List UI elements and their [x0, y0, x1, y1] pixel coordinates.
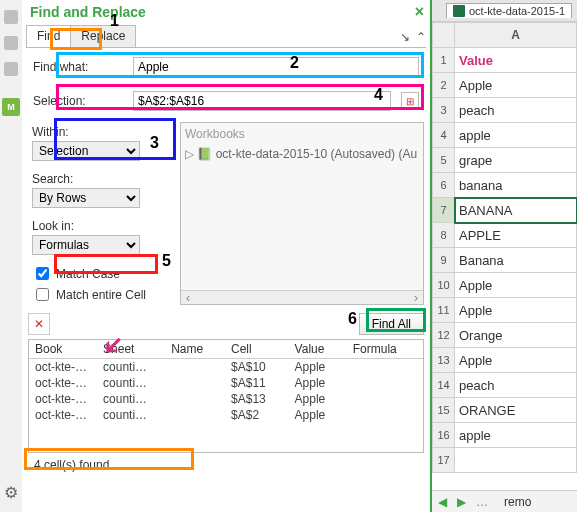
match-cell-row[interactable]: Match entire Cell — [28, 284, 180, 305]
cell[interactable]: BANANA — [455, 198, 577, 223]
col-value[interactable]: Value — [289, 340, 347, 359]
workbook-name: oct-kte-data-2015-10 (Autosaved) (Au — [216, 147, 417, 161]
excel-icon — [453, 5, 465, 17]
tabs-bar: Find Replace ↘ ⌃ — [26, 25, 426, 48]
match-cell-checkbox[interactable] — [36, 288, 49, 301]
scroll-left-icon[interactable]: ‹ — [181, 291, 195, 304]
row-header[interactable]: 3 — [433, 98, 455, 123]
cell[interactable]: Banana — [455, 248, 577, 273]
lookin-label: Look in: — [32, 219, 176, 233]
within-select[interactable]: Selection — [32, 141, 140, 161]
search-label: Search: — [32, 172, 176, 186]
match-cell-label: Match entire Cell — [56, 288, 146, 302]
match-case-checkbox[interactable] — [36, 267, 49, 280]
collapse-icon[interactable]: ↘ — [400, 30, 410, 44]
cell[interactable]: peach — [455, 98, 577, 123]
row-header[interactable]: 4 — [433, 123, 455, 148]
cell[interactable]: ORANGE — [455, 398, 577, 423]
expand-icon[interactable]: ⌃ — [416, 30, 426, 44]
cell[interactable]: grape — [455, 148, 577, 173]
match-case-row[interactable]: Match Case — [28, 263, 180, 284]
cell[interactable]: APPLE — [455, 223, 577, 248]
workbook-tab[interactable]: oct-kte-data-2015-1 — [446, 3, 572, 18]
cell[interactable] — [455, 448, 577, 473]
cell[interactable]: Apple — [455, 73, 577, 98]
sheet-nav-left-icon[interactable]: ◀ — [438, 495, 447, 509]
row-header[interactable]: 5 — [433, 148, 455, 173]
range-picker-icon[interactable] — [401, 92, 419, 110]
status-bar: 4 cell(s) found — [28, 455, 424, 475]
row-header[interactable]: 8 — [433, 223, 455, 248]
pane-title: Find and Replace — [30, 4, 146, 20]
find-all-label: Find All — [372, 317, 411, 331]
row-header[interactable]: 12 — [433, 323, 455, 348]
rail-icon-1[interactable] — [4, 10, 18, 24]
col-name[interactable]: Name — [165, 340, 225, 359]
annotation-3: 3 — [150, 134, 159, 152]
tab-find[interactable]: Find — [26, 25, 71, 47]
left-icon-rail: M ⚙ — [0, 0, 22, 512]
sheet-footer: ◀ ▶ … remo — [432, 490, 577, 512]
annotation-4: 4 — [374, 86, 383, 104]
find-all-button[interactable]: Find All — [359, 313, 424, 335]
result-row[interactable]: oct-kte-…counti…$A$10Apple — [29, 359, 423, 376]
cell[interactable]: Apple — [455, 348, 577, 373]
search-select[interactable]: By Rows — [32, 188, 140, 208]
col-formula[interactable]: Formula — [347, 340, 423, 359]
results-table[interactable]: Book Sheet Name Cell Value Formula oct-k… — [28, 339, 424, 453]
result-row[interactable]: oct-kte-…counti…$A$13Apple — [29, 391, 423, 407]
tab-replace-label: Replace — [81, 29, 125, 43]
workbook-tab-bar: oct-kte-data-2015-1 — [432, 0, 577, 22]
scroll-right-icon[interactable]: › — [409, 291, 423, 304]
row-header[interactable]: 17 — [433, 448, 455, 473]
cell[interactable]: peach — [455, 373, 577, 398]
row-header[interactable]: 2 — [433, 73, 455, 98]
row-header[interactable]: 11 — [433, 298, 455, 323]
tab-find-label: Find — [37, 29, 60, 43]
cell[interactable]: Orange — [455, 323, 577, 348]
lookin-select[interactable]: Formulas — [32, 235, 140, 255]
rail-icon-3[interactable] — [4, 62, 18, 76]
sheet-nav-more[interactable]: … — [476, 495, 488, 509]
col-header-a[interactable]: A — [455, 23, 577, 48]
gear-icon[interactable]: ⚙ — [4, 483, 18, 502]
row-header[interactable]: 9 — [433, 248, 455, 273]
tree-scrollbar[interactable]: ‹ › — [181, 290, 423, 304]
match-case-label: Match Case — [56, 267, 120, 281]
row-header[interactable]: 15 — [433, 398, 455, 423]
selection-input[interactable] — [133, 91, 391, 111]
cell[interactable]: apple — [455, 123, 577, 148]
cell[interactable]: banana — [455, 173, 577, 198]
sheet-nav-right-icon[interactable]: ▶ — [457, 495, 466, 509]
row-header[interactable]: 10 — [433, 273, 455, 298]
row-header[interactable]: 14 — [433, 373, 455, 398]
result-row[interactable]: oct-kte-…counti…$A$2Apple — [29, 407, 423, 423]
corner-cell[interactable] — [433, 23, 455, 48]
row-header[interactable]: 13 — [433, 348, 455, 373]
cell[interactable]: Apple — [455, 273, 577, 298]
cell[interactable]: apple — [455, 423, 577, 448]
delete-icon[interactable]: ✕ — [28, 313, 50, 335]
cell[interactable]: Apple — [455, 298, 577, 323]
search-block: Search: By Rows — [28, 169, 180, 216]
rail-icon-2[interactable] — [4, 36, 18, 50]
sheet-tab-remo[interactable]: remo — [498, 495, 537, 509]
find-what-input[interactable] — [133, 57, 419, 77]
row-header[interactable]: 7 — [433, 198, 455, 223]
row-header[interactable]: 1 — [433, 48, 455, 73]
row-header[interactable]: 6 — [433, 173, 455, 198]
kutools-logo-icon[interactable]: M — [2, 98, 20, 116]
workbook-tree[interactable]: Workbooks 📗 oct-kte-data-2015-10 (Autosa… — [180, 122, 424, 305]
workbook-entry[interactable]: 📗 oct-kte-data-2015-10 (Autosaved) (Au — [185, 147, 419, 161]
col-book[interactable]: Book — [29, 340, 97, 359]
annotation-6: 6 — [348, 310, 357, 328]
result-row[interactable]: oct-kte-…counti…$A$11Apple — [29, 375, 423, 391]
close-icon[interactable]: × — [415, 3, 424, 21]
row-header[interactable]: 16 — [433, 423, 455, 448]
worksheet-grid[interactable]: A 1Value2Apple3peach4apple5grape6banana7… — [432, 22, 577, 490]
col-cell[interactable]: Cell — [225, 340, 289, 359]
annotation-5: 5 — [162, 252, 171, 270]
tab-replace[interactable]: Replace — [70, 25, 136, 47]
col-sheet[interactable]: Sheet — [97, 340, 165, 359]
cell[interactable]: Value — [455, 48, 577, 73]
